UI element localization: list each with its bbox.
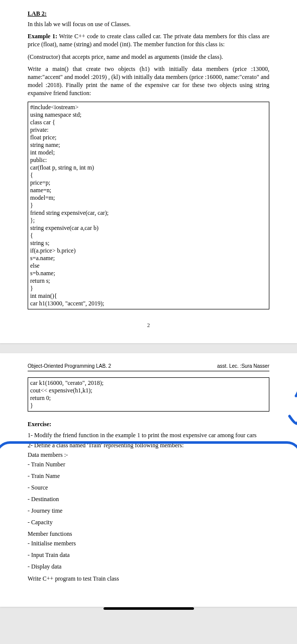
code-line: string s;	[30, 239, 267, 247]
code-line: float price;	[30, 134, 267, 141]
exercise-1: 1- Modify the friend function in the exa…	[28, 431, 269, 439]
exercise-2: 2- Define a class named 'Train' represen…	[28, 441, 269, 449]
code-line: {	[30, 172, 267, 179]
code-line: car h1(13000, "accent", 2019);	[30, 300, 267, 307]
code-line: return 0;	[30, 394, 267, 402]
constructor-paragraph: (Constructor) that accepts price, name a…	[28, 53, 269, 61]
code-line: if(a.price> b.price)	[30, 247, 267, 255]
code-line: class car {	[30, 119, 267, 126]
code-line: }	[30, 285, 267, 292]
checkmark-icon	[287, 398, 297, 429]
code-block-2: car k1(16000, "cerato", 2018); cout<< ex…	[28, 377, 269, 412]
example-rest: Write C++ code to create class called ca…	[28, 33, 269, 48]
page-2: Object-Oriented Programming LAB. 2 asst.…	[0, 353, 297, 607]
final-instruction: Write C++ program to test Train class	[28, 575, 269, 583]
code-line: }	[30, 402, 267, 410]
annotation-stroke-icon	[293, 368, 297, 398]
page-header: Object-Oriented Programming LAB. 2 asst.…	[28, 363, 269, 369]
code-line: model=m;	[30, 194, 267, 202]
ex1-text: Modify the friend function in the exampl…	[34, 432, 257, 439]
header-left: Object-Oriented Programming LAB. 2	[28, 363, 111, 369]
example-paragraph: Example 1: Write C++ code to create clas…	[28, 32, 269, 48]
code-line: }	[30, 202, 267, 209]
code-line: cout<< expensive(h1,k1);	[30, 387, 267, 394]
ex1-lead: 1-	[28, 432, 34, 439]
code-line: #include<iostream>	[30, 104, 267, 111]
page-number: 2	[28, 322, 269, 328]
main-paragraph: Write a main() that create two objects (…	[28, 65, 269, 98]
dm-item: - Train Number	[28, 461, 269, 468]
dm-item: - Train Name	[28, 472, 269, 480]
data-members-label: Data members :-	[28, 451, 269, 459]
code-line: price=p;	[30, 179, 267, 187]
code-line: else	[30, 262, 267, 270]
home-indicator	[104, 607, 194, 610]
code-line: string name;	[30, 141, 267, 149]
code-line: int main(){	[30, 292, 267, 300]
header-right: asst. Lec. :Sura Nasser	[217, 363, 269, 369]
code-line: };	[30, 217, 267, 224]
code-line: s=b.name;	[30, 270, 267, 277]
header-underline	[28, 371, 269, 371]
code-line: car k1(16000, "cerato", 2018);	[30, 379, 267, 387]
code-line: private:	[30, 126, 267, 134]
dm-item: - Journey time	[28, 507, 269, 515]
code-line: return s;	[30, 277, 267, 285]
code-line: car(float p, string n, int m)	[30, 164, 267, 172]
ex2-text: Define a class named 'Train' representin…	[34, 442, 183, 449]
mf-item: - Input Train data	[28, 551, 269, 559]
code-line: int model;	[30, 149, 267, 156]
code-line: public:	[30, 156, 267, 164]
code-line: using namespace std;	[30, 111, 267, 119]
lab-title: LAB 2:	[28, 10, 269, 18]
code-line: s=a.name;	[30, 255, 267, 262]
dm-item: - Capacity	[28, 519, 269, 526]
page-1: LAB 2: In this lab we will focus on use …	[0, 0, 297, 343]
example-lead: Example 1:	[28, 33, 57, 40]
code-line: name=n;	[30, 187, 267, 194]
dm-item: - Destination	[28, 496, 269, 503]
dm-item: - Source	[28, 484, 269, 492]
ex2-lead: 2-	[28, 442, 34, 449]
code-line: friend string expensive(car, car);	[30, 209, 267, 217]
member-functions-label: Member functions	[28, 530, 269, 538]
code-line: string expensive(car a,car b)	[30, 224, 267, 232]
code-block-1: #include<iostream> using namespace std; …	[28, 102, 269, 309]
exercise-title: Exercise:	[28, 421, 269, 428]
mf-item: - Display data	[28, 563, 269, 571]
intro-paragraph: In this lab we will focus on use of Clas…	[28, 20, 269, 28]
mf-item: - Initialise members	[28, 540, 269, 547]
code-line: {	[30, 232, 267, 239]
